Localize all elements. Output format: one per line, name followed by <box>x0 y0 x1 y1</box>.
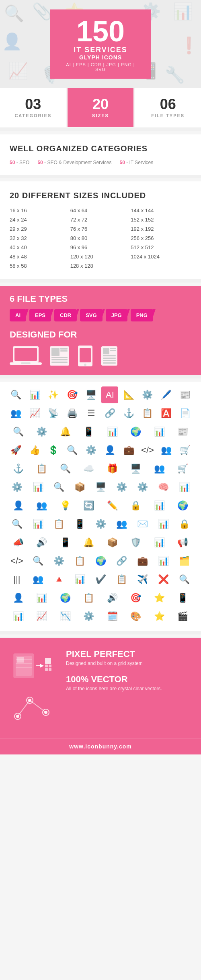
showcase-icon-121: 📊 <box>10 608 27 625</box>
size-10: 32 x 32 <box>10 234 70 242</box>
showcase-icon-77: ✉️ <box>134 516 151 533</box>
sizes-section: 20 DIFFERENT SIZES INCLUDED 16 x 16 64 x… <box>0 181 201 279</box>
showcase-icon-94: 📋 <box>71 553 88 569</box>
svg-rect-31 <box>45 665 48 667</box>
divider-5 <box>0 631 201 634</box>
showcase-icon-66: 🔒 <box>127 497 144 514</box>
showcase-icon-15: ☰ <box>83 405 100 422</box>
deco-icon-2: 📎 <box>32 2 52 21</box>
categories-list: 50 - SEO 50 - SEO & Development Services… <box>10 160 191 165</box>
showcase-icon-111: 👤 <box>10 590 27 606</box>
hero-number: 150 <box>62 17 139 46</box>
showcase-icon-54: 📦 <box>71 479 88 496</box>
icon-row-12: 👤 📊 🌍 📋 🔊 🎯 ⭐ 📱 <box>6 590 195 606</box>
showcase-icon-123: 📉 <box>57 608 74 625</box>
cat-item-2: 50 - SEO & Development Services <box>37 160 111 165</box>
svg-point-40 <box>44 711 47 714</box>
showcase-icon-2: 📊 <box>26 386 43 403</box>
footer-url: www.iconbunny.com <box>5 743 196 750</box>
svg-rect-16 <box>110 348 116 349</box>
showcase-icon-85: 📦 <box>104 534 121 551</box>
showcase-icon-113: 🌍 <box>57 590 74 606</box>
showcase-icon-45: 🎁 <box>104 460 121 477</box>
badge-png: PNG <box>131 309 153 321</box>
showcase-icon-46: 🖥️ <box>127 460 144 477</box>
icon-row-5: ⚓ 📋 🔍 ☁️ 🎁 🖥️ 👥 🛒 <box>6 460 195 477</box>
showcase-icon-82: 🔊 <box>33 534 50 551</box>
svg-rect-33 <box>45 668 48 671</box>
showcase-icon-114: 📋 <box>80 590 97 606</box>
vector-desc: All of the icons here are crystal clear … <box>66 685 191 692</box>
showcase-icon-92: 🔍 <box>29 553 46 569</box>
showcase-icon-4: 🎯 <box>64 386 81 403</box>
showcase-icon-43: 🔍 <box>57 460 74 477</box>
showcase-icon-13: 📡 <box>45 405 62 422</box>
stat-sizes: 20 SIZES <box>68 88 135 127</box>
showcase-icon-99: 🗂️ <box>176 553 193 569</box>
svg-rect-17 <box>110 350 116 351</box>
cat-count-2: 50 <box>37 160 43 165</box>
bottom-section: PIXEL PERFECT Designed and built on a gr… <box>0 638 201 738</box>
showcase-icon-5: 🖥️ <box>83 386 100 403</box>
showcase-icon-36: 👤 <box>101 442 118 459</box>
size-19: 58 x 58 <box>10 262 70 270</box>
showcase-icon-59: 📊 <box>176 479 193 496</box>
showcase-icon-91: </> <box>8 553 25 569</box>
size-4: 24 x 24 <box>10 216 70 224</box>
showcase-icon-93: ⚙️ <box>50 553 67 569</box>
showcase-icon-61: 👤 <box>10 497 27 514</box>
cat-item-3: 50 - IT Services <box>119 160 153 165</box>
icon-row-11: ||| 👥 🔺 📊 ✔️ 📋 ✈️ ❌ 🔍 <box>6 571 195 588</box>
showcase-icon-40: 🛒 <box>177 442 194 459</box>
icon-showcase: 🔍 📊 ✨ 🎯 🖥️ AI 📐 ⚙️ 🖊️ 📰 👥 📈 📡 🖨️ ☰ 🔗 ⚓ 📋… <box>0 382 201 631</box>
showcase-icon-109: 🔍 <box>176 571 193 588</box>
icon-row-4: 🚀 👍 💲 🔍 ⚙️ 👤 💼 </> 👥 🛒 <box>6 442 195 459</box>
icon-row-7: 👤 👥 💡 🔄 ✏️ 🔒 📊 🌍 <box>6 497 195 514</box>
showcase-icon-98: 📊 <box>155 553 172 569</box>
showcase-icon-56: ⚙️ <box>113 479 130 496</box>
icon-row-3: 🔍 ⚙️ 🔔 📱 📊 🌍 📊 📰 <box>6 423 195 440</box>
pixel-perfect-feature: PIXEL PERFECT Designed and built on a gr… <box>66 650 191 667</box>
vector-illustration <box>10 692 54 724</box>
vector-feature: 100% VECTOR All of the icons here are cr… <box>66 675 191 692</box>
showcase-icon-112: 📊 <box>33 590 50 606</box>
svg-rect-30 <box>45 658 51 664</box>
showcase-icon-55: 🖥️ <box>92 479 109 496</box>
showcase-icon-27: 📊 <box>151 423 168 440</box>
showcase-icon-26: 🌍 <box>127 423 144 440</box>
deco-icon-5: 📊 <box>173 2 193 21</box>
showcase-icon-57: ⚙️ <box>134 479 151 496</box>
stat-categories-label: CATEGORIES <box>4 113 62 118</box>
sizes-grid: 16 x 16 64 x 64 144 x 144 24 x 24 72 x 7… <box>10 207 191 270</box>
file-types-title: 6 FILE TYPES <box>10 294 191 304</box>
newspaper-icon <box>48 345 71 367</box>
stat-categories-number: 03 <box>4 97 62 112</box>
size-16: 48 x 48 <box>10 253 70 260</box>
showcase-icon-31: 🚀 <box>7 442 24 459</box>
showcase-icon-86: 🛡️ <box>127 534 144 551</box>
showcase-icon-28: 📰 <box>174 423 191 440</box>
showcase-icon-101: ||| <box>8 571 25 588</box>
icon-row-8: 🔍 📊 📋 📱 ⚙️ 👥 ✉️ 📊 🔒 <box>6 516 195 533</box>
svg-rect-20 <box>103 360 116 361</box>
showcase-icon-8: ⚙️ <box>139 386 156 403</box>
showcase-icon-102: 👥 <box>29 571 46 588</box>
showcase-icon-44: ☁️ <box>80 460 97 477</box>
showcase-icon-9: 🖊️ <box>158 386 175 403</box>
size-blank <box>131 262 191 270</box>
showcase-icon-116: 🎯 <box>127 590 144 606</box>
showcase-icon-41: ⚓ <box>10 460 27 477</box>
svg-rect-15 <box>103 348 109 354</box>
showcase-icon-12: 📈 <box>26 405 43 422</box>
size-1: 16 x 16 <box>10 207 70 214</box>
stat-file-types-label: FILE TYPES <box>139 113 197 118</box>
showcase-icon-1: 🔍 <box>7 386 24 403</box>
size-15: 512 x 512 <box>131 244 191 251</box>
icon-row-1: 🔍 📊 ✨ 🎯 🖥️ AI 📐 ⚙️ 🖊️ 📰 <box>6 386 195 403</box>
icon-row-6: ⚙️ 📊 🔍 📦 🖥️ ⚙️ ⚙️ 🧠 📊 <box>6 479 195 496</box>
showcase-icon-103: 🔺 <box>50 571 67 588</box>
showcase-icon-105: ✔️ <box>92 571 109 588</box>
divider-3 <box>0 279 201 283</box>
showcase-icon-62: 👥 <box>33 497 50 514</box>
designed-for-title: DESIGNED FOR <box>10 329 191 340</box>
